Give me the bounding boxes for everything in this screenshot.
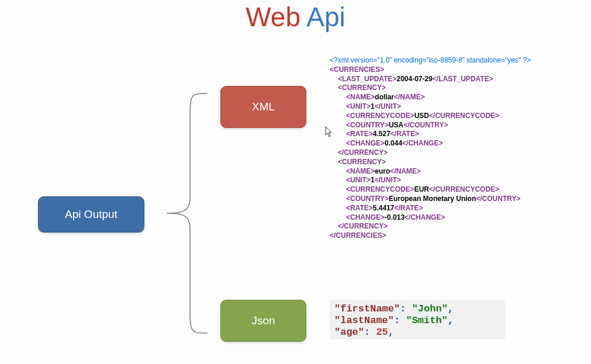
xml-code-block: <?xml version="1.0" encoding="iso-8859-8… <box>330 56 531 241</box>
xml-root-close: </CURRENCIES> <box>330 231 386 240</box>
title-api: Api <box>306 2 345 32</box>
api-output-label: Api Output <box>65 208 117 221</box>
page-title: Web Api <box>0 1 591 33</box>
json-box: Json <box>220 300 306 342</box>
brace-connector <box>155 88 213 339</box>
xml-root-open: <CURRENCIES> <box>330 65 384 74</box>
title-web: Web <box>246 2 300 32</box>
xml-box: XML <box>220 86 306 128</box>
xml-pi: <?xml version="1.0" encoding="iso-8859-8… <box>330 56 531 64</box>
json-label: Json <box>251 314 275 327</box>
json-code-block: "firstName": "John", "lastName": "Smith"… <box>330 300 505 339</box>
api-output-box: Api Output <box>38 196 144 233</box>
xml-label: XML <box>252 100 275 113</box>
